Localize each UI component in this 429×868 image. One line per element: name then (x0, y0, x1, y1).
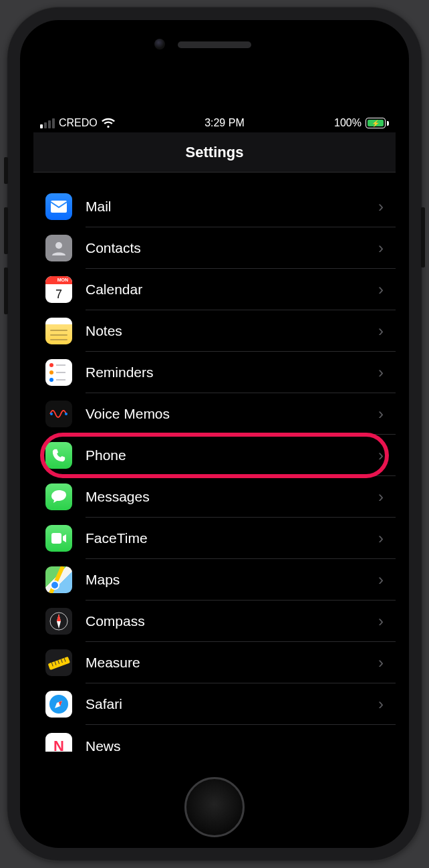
chevron-right-icon: › (378, 487, 396, 506)
row-label: Voice Memos (86, 406, 378, 422)
power-button (421, 207, 425, 267)
chevron-right-icon: › (378, 529, 396, 548)
settings-row-phone[interactable]: Phone › (33, 435, 396, 476)
maps-icon (45, 566, 72, 593)
svg-rect-4 (51, 533, 61, 544)
row-label: Measure (86, 655, 378, 671)
row-label: Mail (86, 199, 378, 215)
svg-point-3 (65, 413, 67, 415)
row-label: News (86, 738, 396, 752)
measure-icon (45, 649, 72, 676)
battery-icon: ⚡ (366, 118, 389, 128)
device-frame: CREDO 3:29 PM 100% ⚡ (7, 7, 422, 861)
settings-row-messages[interactable]: Messages › (33, 476, 396, 518)
phone-icon (45, 442, 72, 469)
facetime-icon (45, 525, 72, 552)
row-label: Notes (86, 323, 378, 339)
row-label: Maps (86, 572, 378, 588)
notes-icon (45, 318, 72, 344)
row-label: FaceTime (86, 530, 378, 546)
settings-row-voicememos[interactable]: Voice Memos › (33, 393, 396, 435)
chevron-right-icon: › (378, 322, 396, 340)
news-icon: N (45, 733, 72, 752)
settings-row-news[interactable]: N News (33, 725, 396, 752)
row-label: Safari (86, 696, 378, 712)
settings-row-reminders[interactable]: Reminders › (33, 352, 396, 393)
svg-point-2 (50, 413, 53, 415)
speaker-grille (178, 41, 251, 48)
chevron-right-icon: › (378, 570, 396, 589)
nav-bar: Settings (33, 132, 396, 173)
settings-row-compass[interactable]: Compass › (33, 601, 396, 642)
chevron-right-icon: › (378, 280, 396, 299)
signal-strength-icon (40, 118, 55, 128)
row-label: Contacts (86, 240, 378, 256)
settings-row-mail[interactable]: Mail › (33, 186, 396, 227)
svg-point-5 (51, 581, 59, 589)
settings-list[interactable]: Mail › Contacts › MON (33, 173, 396, 754)
page-title: Settings (186, 144, 244, 161)
compass-icon (45, 608, 72, 635)
safari-icon (45, 691, 72, 718)
settings-row-facetime[interactable]: FaceTime › (33, 518, 396, 559)
row-label: Calendar (86, 282, 378, 298)
chevron-right-icon: › (378, 239, 396, 257)
voice-memos-icon (45, 401, 72, 427)
chevron-right-icon: › (378, 363, 396, 382)
settings-row-maps[interactable]: Maps › (33, 559, 396, 601)
settings-row-notes[interactable]: Notes › (33, 310, 396, 352)
mute-switch (4, 157, 8, 184)
chevron-right-icon: › (378, 446, 396, 465)
chevron-right-icon: › (378, 197, 396, 216)
chevron-right-icon: › (378, 405, 396, 423)
carrier-label: CREDO (59, 117, 98, 129)
clock: 3:29 PM (204, 117, 245, 129)
row-label: Phone (86, 447, 378, 463)
settings-row-safari[interactable]: Safari › (33, 683, 396, 725)
front-camera (154, 39, 165, 49)
messages-icon (45, 483, 72, 510)
calendar-icon: MON 7 (45, 276, 72, 303)
contacts-icon (45, 235, 72, 261)
wifi-icon (102, 118, 115, 128)
volume-down-button (4, 267, 8, 314)
svg-point-1 (55, 242, 62, 249)
chevron-right-icon: › (378, 653, 396, 672)
settings-row-contacts[interactable]: Contacts › (33, 227, 396, 269)
row-label: Messages (86, 489, 378, 505)
reminders-icon (45, 359, 72, 386)
home-button[interactable] (184, 777, 245, 837)
status-bar: CREDO 3:29 PM 100% ⚡ (33, 114, 396, 132)
row-label: Compass (86, 613, 378, 629)
settings-row-calendar[interactable]: MON 7 Calendar › (33, 269, 396, 310)
chevron-right-icon: › (378, 695, 396, 714)
mail-icon (45, 193, 72, 220)
battery-percent: 100% (334, 117, 362, 129)
settings-row-measure[interactable]: Measure › (33, 642, 396, 683)
volume-up-button (4, 207, 8, 254)
screen: CREDO 3:29 PM 100% ⚡ (20, 20, 409, 848)
chevron-right-icon: › (378, 612, 396, 631)
row-label: Reminders (86, 364, 378, 381)
